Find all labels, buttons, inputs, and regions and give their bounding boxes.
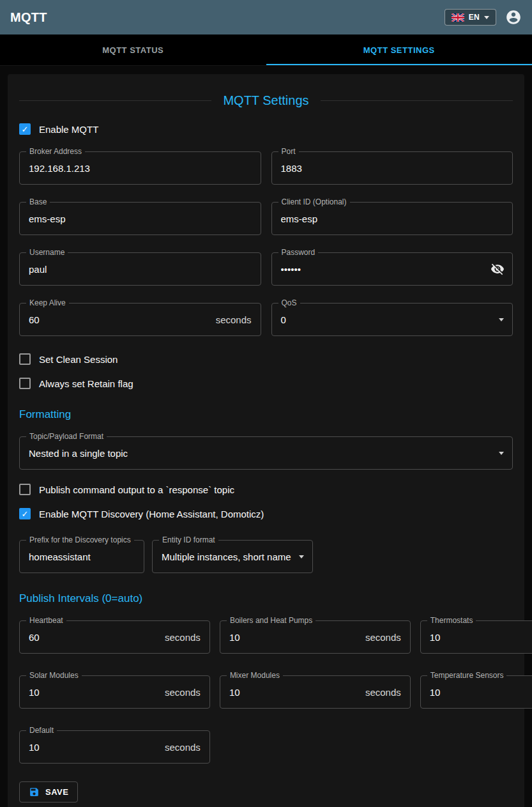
field-label: QoS bbox=[278, 298, 300, 307]
toggle-password-visibility-button[interactable] bbox=[488, 262, 512, 276]
checkbox-icon[interactable] bbox=[19, 353, 31, 365]
field-label: Broker Address bbox=[26, 147, 85, 156]
keep-alive-input[interactable] bbox=[20, 314, 216, 325]
interval-suffix: seconds bbox=[165, 742, 209, 753]
port-input[interactable] bbox=[272, 163, 513, 174]
save-button-label: SAVE bbox=[45, 787, 68, 797]
field-label: Topic/Payload Format bbox=[26, 432, 107, 441]
app-bar-actions: EN bbox=[445, 9, 522, 26]
default-interval-input[interactable] bbox=[20, 742, 165, 753]
credentials-row: Username Password bbox=[19, 252, 513, 286]
field-label: Username bbox=[26, 248, 68, 257]
retain-flag-checkbox[interactable]: Always set Retain flag bbox=[19, 378, 513, 389]
checkbox-icon[interactable] bbox=[19, 378, 31, 389]
checkbox-icon[interactable] bbox=[19, 508, 31, 519]
entity-id-format-select[interactable]: Entity ID format Multiple instances, sho… bbox=[152, 540, 313, 573]
enable-mqtt-checkbox[interactable]: Enable MQTT bbox=[19, 123, 513, 135]
publish-intervals-grid: Heartbeat seconds Boilers and Heat Pumps… bbox=[19, 620, 513, 764]
broker-address-field[interactable]: Broker Address bbox=[19, 151, 261, 185]
keep-alive-field[interactable]: Keep Alive seconds bbox=[19, 303, 261, 336]
account-circle-icon bbox=[505, 9, 522, 26]
field-label: Base bbox=[26, 197, 50, 206]
password-field[interactable]: Password bbox=[271, 252, 513, 286]
field-label: Heartbeat bbox=[26, 616, 66, 625]
caret-down-icon bbox=[484, 16, 489, 19]
checkbox-icon[interactable] bbox=[19, 123, 31, 135]
base-clientid-row: Base Client ID (Optional) bbox=[19, 202, 513, 235]
field-label: Boilers and Heat Pumps bbox=[227, 616, 315, 625]
tab-mqtt-settings[interactable]: MQTT SETTINGS bbox=[266, 35, 532, 65]
page-title: MQTT Settings bbox=[223, 93, 308, 108]
mixer-interval-input[interactable] bbox=[220, 687, 365, 698]
keep-alive-suffix: seconds bbox=[216, 314, 261, 325]
default-interval-field[interactable]: Default seconds bbox=[19, 730, 210, 764]
broker-port-row: Broker Address Port bbox=[19, 151, 513, 185]
divider-line bbox=[321, 100, 513, 101]
base-field[interactable]: Base bbox=[19, 202, 261, 235]
uk-flag-icon bbox=[452, 13, 464, 22]
keepalive-qos-row: Keep Alive seconds QoS 0 bbox=[19, 303, 513, 336]
mqtt-discovery-checkbox[interactable]: Enable MQTT Discovery (Home Assistant, D… bbox=[19, 508, 513, 519]
password-input[interactable] bbox=[272, 264, 489, 275]
client-id-input[interactable] bbox=[272, 213, 513, 224]
clean-session-checkbox[interactable]: Set Clean Session bbox=[19, 353, 513, 365]
mixer-interval-field[interactable]: Mixer Modules seconds bbox=[220, 675, 411, 709]
save-icon bbox=[29, 787, 40, 797]
broker-address-input[interactable] bbox=[20, 163, 261, 174]
app-bar: MQTT EN bbox=[0, 0, 532, 35]
username-input[interactable] bbox=[20, 264, 261, 275]
temperature-sensors-interval-input[interactable] bbox=[421, 687, 532, 698]
account-button[interactable] bbox=[505, 9, 522, 26]
thermostats-interval-input[interactable] bbox=[421, 632, 532, 643]
boilers-interval-field[interactable]: Boilers and Heat Pumps seconds bbox=[220, 620, 411, 654]
app-title: MQTT bbox=[10, 10, 47, 25]
checkbox-label: Publish command output to a `response` t… bbox=[39, 484, 234, 495]
save-button[interactable]: SAVE bbox=[19, 781, 78, 803]
solar-interval-input[interactable] bbox=[20, 687, 165, 698]
heartbeat-interval-input[interactable] bbox=[20, 632, 165, 643]
interval-suffix: seconds bbox=[165, 632, 209, 643]
solar-interval-field[interactable]: Solar Modules seconds bbox=[19, 675, 210, 709]
caret-down-icon bbox=[499, 318, 504, 321]
discovery-options-row: Prefix for the Discovery topics Entity I… bbox=[19, 540, 513, 573]
qos-select[interactable]: QoS 0 bbox=[271, 303, 513, 336]
checkbox-icon[interactable] bbox=[19, 484, 31, 495]
boilers-interval-input[interactable] bbox=[220, 632, 365, 643]
tab-mqtt-status[interactable]: MQTT STATUS bbox=[0, 35, 266, 65]
divider-line bbox=[19, 100, 211, 101]
publish-response-checkbox[interactable]: Publish command output to a `response` t… bbox=[19, 484, 513, 495]
tab-bar: MQTT STATUS MQTT SETTINGS bbox=[0, 35, 532, 66]
card-title-row: MQTT Settings bbox=[19, 93, 513, 108]
client-id-field[interactable]: Client ID (Optional) bbox=[271, 202, 513, 235]
content-area: MQTT Settings Enable MQTT Broker Address… bbox=[0, 66, 532, 807]
checkbox-label: Set Clean Session bbox=[39, 354, 118, 365]
field-label: Client ID (Optional) bbox=[278, 197, 350, 206]
mqtt-settings-page: MQTT EN bbox=[0, 0, 532, 807]
interval-suffix: seconds bbox=[165, 687, 209, 698]
field-label: Port bbox=[278, 147, 299, 156]
heartbeat-interval-field[interactable]: Heartbeat seconds bbox=[19, 620, 210, 654]
checkbox-label: Always set Retain flag bbox=[39, 378, 133, 389]
thermostats-interval-field[interactable]: Thermostats seconds bbox=[420, 620, 532, 654]
topic-format-value: Nested in a single topic bbox=[20, 448, 499, 459]
field-label: Thermostats bbox=[427, 616, 476, 625]
field-label: Mixer Modules bbox=[227, 671, 283, 680]
field-label: Solar Modules bbox=[26, 671, 82, 680]
field-label: Password bbox=[278, 248, 319, 257]
field-label: Entity ID format bbox=[159, 535, 218, 544]
topic-payload-format-select[interactable]: Topic/Payload Format Nested in a single … bbox=[19, 436, 513, 470]
base-input[interactable] bbox=[20, 213, 261, 224]
port-field[interactable]: Port bbox=[271, 151, 513, 185]
discovery-prefix-input[interactable] bbox=[20, 551, 144, 562]
temperature-sensors-interval-field[interactable]: Temperature Sensors seconds bbox=[420, 675, 532, 709]
formatting-heading: Formatting bbox=[19, 408, 513, 421]
username-field[interactable]: Username bbox=[19, 252, 261, 286]
discovery-prefix-field[interactable]: Prefix for the Discovery topics bbox=[19, 540, 144, 573]
topic-format-row: Topic/Payload Format Nested in a single … bbox=[19, 436, 513, 470]
interval-suffix: seconds bbox=[365, 687, 410, 698]
settings-card: MQTT Settings Enable MQTT Broker Address… bbox=[8, 74, 524, 807]
field-label: Temperature Sensors bbox=[427, 671, 507, 680]
checkbox-label: Enable MQTT bbox=[39, 124, 98, 135]
language-label: EN bbox=[469, 13, 480, 22]
language-selector[interactable]: EN bbox=[445, 9, 496, 26]
